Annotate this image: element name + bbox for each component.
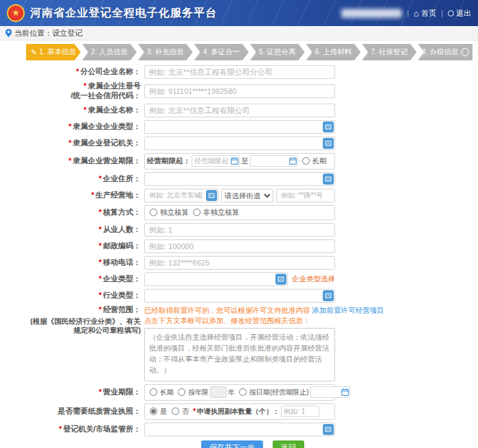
- term-long-radio[interactable]: [150, 388, 157, 396]
- browse-icon[interactable]: [323, 138, 334, 149]
- paper-no-radio[interactable]: [172, 408, 179, 415]
- mobile-input[interactable]: [144, 256, 335, 270]
- calendar-icon[interactable]: [289, 157, 297, 165]
- browse-icon[interactable]: [275, 274, 286, 285]
- accounting-label: 核算方式：: [103, 208, 141, 216]
- form-row: *隶属企业注册号 /统一社会信用代码：: [26, 82, 478, 101]
- branch-name-input[interactable]: [144, 65, 335, 79]
- form-actions: 保存并下一步 返回: [201, 440, 478, 448]
- parent-type-input[interactable]: [144, 120, 335, 134]
- form-row: *隶属企业名称：: [26, 104, 478, 117]
- calendar-icon[interactable]: [341, 388, 349, 396]
- business-scope-textarea[interactable]: （企业依法自主选择经营项目，开展经营活动；依法须经批准的项目，经相关部门批准后依…: [144, 328, 335, 381]
- page-title: 河南省企业登记全程电子化服务平台: [30, 6, 217, 21]
- term-years-input[interactable]: [210, 386, 227, 398]
- browse-icon[interactable]: [323, 174, 334, 185]
- company-type-label: 企业类型：: [103, 274, 141, 283]
- employees-input[interactable]: [144, 223, 335, 237]
- business-scope-note: (根据《国民经济行业分类》、有关规定和公司章程填写): [26, 317, 141, 335]
- road-number-input[interactable]: [276, 189, 335, 202]
- term-to-label: 至: [241, 156, 249, 166]
- tab-label: 5. 证照分离: [259, 47, 296, 57]
- tab-multi-cert[interactable]: 4. 多证合一: [194, 44, 249, 60]
- company-type-select-link[interactable]: 企业类型选择: [292, 274, 335, 284]
- parent-authority-input[interactable]: [144, 137, 335, 150]
- browse-icon[interactable]: [323, 424, 334, 435]
- save-next-button[interactable]: 保存并下一步: [201, 440, 263, 448]
- industry-type-label: 行业类型：: [103, 291, 141, 299]
- required-asterisk: *: [84, 82, 87, 90]
- paper-license-label: 是否需要纸质营业执照：: [58, 407, 141, 415]
- more-steps-icon[interactable]: 〉: [461, 48, 469, 56]
- employees-label: 从业人数：: [103, 225, 141, 233]
- industry-type-input[interactable]: [144, 289, 335, 303]
- required-asterisk: *: [99, 225, 102, 233]
- required-asterisk: *: [99, 258, 102, 266]
- business-scope-row: *经营范围： (根据《国民经济行业分类》、有关规定和公司章程填写) 已经取得前置…: [26, 305, 478, 381]
- non-independent-accounting-label: 非独立核算: [203, 208, 240, 217]
- parent-type-label: 隶属企业企业类型：: [73, 122, 141, 130]
- mobile-label: 移动电话：: [103, 258, 141, 266]
- street-select[interactable]: 请选择街道: [221, 189, 273, 202]
- tab-label: 1. 基本信息: [39, 47, 76, 57]
- breadcrumb-bar: 当前位置：设立登记: [0, 26, 478, 40]
- form-row: *企业类型： 企业类型选择: [26, 272, 478, 286]
- tab-cert-separation[interactable]: 5. 证照分离: [250, 44, 305, 60]
- scope-hint-text: 已经取得前置许可的，您可以根据许可文件批准内容: [144, 306, 310, 314]
- postcode-input[interactable]: [144, 239, 335, 253]
- address-input[interactable]: [144, 172, 335, 186]
- browse-icon[interactable]: [323, 290, 334, 301]
- basic-info-form: *分公司企业名称： *隶属企业注册号 /统一社会信用代码： *隶属企业名称： *…: [0, 60, 478, 448]
- home-link[interactable]: ⌂ 首页: [413, 8, 436, 19]
- required-asterisk: *: [84, 106, 87, 114]
- logout-label: 退出: [456, 8, 471, 19]
- form-row: *邮政编码：: [26, 239, 478, 253]
- term-date-radio[interactable]: [239, 388, 247, 396]
- paper-yes-radio[interactable]: [150, 408, 157, 415]
- add-licensed-items-link[interactable]: 添加前置许可经营项目: [312, 306, 384, 314]
- national-emblem-logo: ★: [7, 4, 25, 22]
- browse-icon[interactable]: [206, 190, 217, 201]
- tab-social-security[interactable]: 7. 社保登记: [362, 44, 417, 60]
- tab-supplementary-info[interactable]: 3. 补充信息: [138, 44, 193, 60]
- business-place-label: 生产经营地：: [95, 191, 141, 199]
- calendar-icon[interactable]: [231, 157, 238, 165]
- back-button[interactable]: 返回: [273, 440, 304, 448]
- home-label: 首页: [421, 8, 436, 19]
- independent-accounting-radio[interactable]: [150, 209, 157, 216]
- reg-authority-input[interactable]: [144, 423, 335, 436]
- browse-icon[interactable]: [323, 121, 334, 132]
- parent-term-label: 隶属企业营业期限：: [73, 156, 141, 165]
- term-label: 营业期限：: [103, 388, 141, 396]
- form-row: *行业类型：: [26, 289, 478, 303]
- parent-term-group: 经营期限起： 至 长期: [144, 153, 335, 169]
- company-type-input[interactable]: [144, 272, 288, 286]
- required-asterisk: *: [99, 291, 102, 299]
- tab-label: 7. 社保登记: [371, 47, 408, 57]
- term-long-label: 长期: [160, 388, 174, 397]
- non-independent-accounting-radio[interactable]: [193, 209, 201, 216]
- parent-term-long-radio[interactable]: [302, 157, 310, 165]
- tab-label: 2. 人员信息: [91, 47, 128, 57]
- parent-name-input[interactable]: [144, 104, 335, 117]
- power-icon: [448, 10, 454, 16]
- app-header: ★ 河南省企业登记全程电子化服务平台 | ⌂ 首页 | 退出: [0, 0, 478, 26]
- business-scope-label: 经营范围：: [103, 305, 141, 314]
- parent-code-label-line2: /统一社会信用代码：: [26, 91, 141, 101]
- parent-credit-code-input[interactable]: [144, 84, 335, 98]
- parent-name-label: 隶属企业名称：: [88, 106, 141, 114]
- required-asterisk: *: [99, 241, 102, 250]
- tab-upload-materials[interactable]: 6. 上传材料: [306, 44, 361, 60]
- breadcrumb: 当前位置：设立登记: [14, 28, 82, 38]
- copies-input[interactable]: [281, 405, 319, 417]
- form-row: *隶属企业营业期限： 经营期限起： 至 长期: [26, 153, 478, 169]
- tab-personnel-info[interactable]: 2. 人员信息: [82, 44, 137, 60]
- header-separator: |: [407, 9, 409, 17]
- tab-tax-info[interactable]: 8. 办税信息 〉: [418, 44, 473, 60]
- logout-link[interactable]: 退出: [448, 8, 471, 19]
- tab-label: 8. 办税信息: [422, 47, 459, 57]
- required-asterisk: *: [99, 174, 102, 182]
- tab-basic-info[interactable]: ✎ 1. 基本信息: [26, 44, 81, 60]
- form-row: *隶属企业登记机关：: [26, 137, 478, 150]
- term-years-radio[interactable]: [178, 388, 185, 396]
